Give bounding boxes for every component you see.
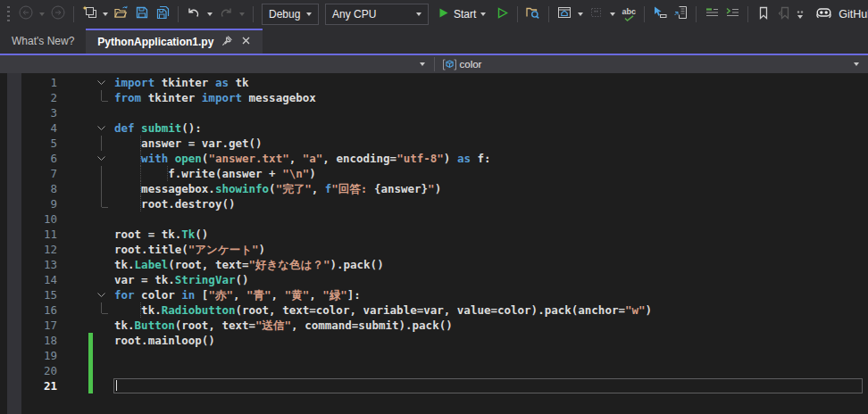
code-line[interactable]: 14var = tk.StringVar() bbox=[0, 272, 868, 287]
go-to-button[interactable] bbox=[650, 4, 670, 25]
code-line[interactable]: 11root = tk.Tk() bbox=[0, 227, 868, 242]
scope-dropdown[interactable]: color bbox=[435, 55, 868, 73]
new-item-button[interactable] bbox=[79, 4, 99, 25]
text-caret bbox=[116, 380, 117, 391]
fold-chevron-icon[interactable] bbox=[93, 120, 110, 136]
code-line[interactable]: 8 messagebox.showinfo("完了", f"回答: {answe… bbox=[0, 181, 868, 196]
line-number[interactable]: 13 bbox=[0, 257, 57, 272]
chevron-down-icon bbox=[103, 12, 108, 16]
code-line[interactable]: 18root.mainloop() bbox=[0, 333, 868, 348]
member-cube-icon bbox=[442, 59, 457, 70]
spell-check-icon: abc bbox=[622, 8, 637, 21]
find-in-files-button[interactable] bbox=[523, 4, 543, 25]
undo-dropdown[interactable] bbox=[204, 4, 215, 25]
line-number[interactable]: 5 bbox=[0, 136, 57, 151]
open-folder-button[interactable] bbox=[112, 4, 131, 25]
toolbar-separator bbox=[644, 6, 645, 22]
line-number[interactable]: 2 bbox=[0, 90, 57, 105]
bookmark-overflow-dropdown[interactable] bbox=[795, 4, 805, 25]
code-line[interactable]: 4def submit(): bbox=[0, 120, 868, 136]
ghost-dropdown[interactable] bbox=[607, 4, 618, 25]
new-item-dropdown[interactable] bbox=[100, 4, 111, 25]
line-number[interactable]: 4 bbox=[0, 120, 57, 136]
find-in-files-icon bbox=[525, 5, 541, 23]
navigate-back-button[interactable] bbox=[16, 4, 36, 25]
line-number[interactable]: 17 bbox=[0, 318, 57, 333]
start-without-debug-button[interactable] bbox=[492, 4, 512, 25]
line-number[interactable]: 20 bbox=[0, 363, 57, 378]
close-icon[interactable] bbox=[241, 36, 251, 48]
copilot-label: GitHub Copilot bbox=[839, 8, 868, 21]
fold-chevron-icon[interactable] bbox=[93, 287, 110, 302]
github-copilot-button[interactable]: GitHub Copilot bbox=[806, 5, 868, 23]
code-line[interactable]: 21 bbox=[0, 378, 868, 393]
code-line[interactable]: 19 bbox=[0, 348, 868, 363]
toolbar-grip[interactable] bbox=[7, 6, 10, 22]
navigate-home-button[interactable] bbox=[555, 4, 574, 25]
previous-bookmark-button[interactable] bbox=[774, 4, 794, 25]
code-line[interactable]: 17tk.Button(root, text="送信", command=sub… bbox=[0, 318, 868, 333]
code-line[interactable]: 10 bbox=[0, 211, 868, 227]
toggle-bookmark-button[interactable] bbox=[754, 4, 773, 25]
code-line[interactable]: 12root.title("アンケート") bbox=[0, 242, 868, 257]
uncomment-button[interactable] bbox=[722, 4, 742, 25]
code-line[interactable]: 13tk.Label(root, text="好きな色は？").pack() bbox=[0, 257, 868, 272]
start-debug-button[interactable]: Start bbox=[432, 4, 491, 25]
line-number[interactable]: 11 bbox=[0, 227, 57, 242]
undo-button[interactable] bbox=[184, 4, 204, 25]
line-number[interactable]: 6 bbox=[0, 151, 57, 166]
chevron-down-icon bbox=[39, 12, 45, 16]
line-number[interactable]: 9 bbox=[0, 196, 57, 211]
line-number[interactable]: 15 bbox=[0, 287, 57, 302]
code-line[interactable]: 5 answer = var.get() bbox=[0, 136, 868, 151]
pin-icon[interactable] bbox=[221, 35, 233, 49]
toolbar-separator bbox=[253, 6, 254, 22]
line-number[interactable]: 14 bbox=[0, 272, 57, 287]
project-dropdown[interactable] bbox=[0, 55, 434, 73]
line-number[interactable]: 7 bbox=[0, 166, 57, 181]
redo-dropdown[interactable] bbox=[237, 4, 247, 25]
code-line[interactable]: 7 f.write(answer + "\n") bbox=[0, 166, 868, 181]
navigate-home-dropdown[interactable] bbox=[575, 4, 586, 25]
tab-python-application[interactable]: PythonApplication1.py bbox=[86, 29, 263, 54]
redo-button[interactable] bbox=[216, 4, 236, 25]
line-number[interactable]: 3 bbox=[0, 105, 57, 120]
code-line[interactable]: 1import tkinter as tk bbox=[0, 75, 868, 90]
peek-definition-button[interactable] bbox=[671, 4, 690, 25]
configuration-combo[interactable]: Debug bbox=[262, 4, 319, 25]
chevron-down-icon bbox=[306, 12, 312, 16]
line-number[interactable]: 8 bbox=[0, 181, 57, 196]
tab-whats-new[interactable]: What's New? bbox=[0, 29, 86, 54]
navigate-back-dropdown[interactable] bbox=[37, 4, 47, 25]
fold-chevron-icon[interactable] bbox=[93, 75, 110, 90]
code-editor[interactable]: 1import tkinter as tk2from tkinter impor… bbox=[0, 73, 868, 414]
code-line[interactable]: 20 bbox=[0, 363, 868, 378]
line-number[interactable]: 16 bbox=[0, 302, 57, 318]
line-number[interactable]: 1 bbox=[0, 75, 57, 90]
code-line[interactable]: 6 with open("answer.txt", "a", encoding=… bbox=[0, 151, 868, 166]
code-line[interactable]: 16 tk.Radiobutton(root, text=color, vari… bbox=[0, 302, 868, 318]
line-number[interactable]: 18 bbox=[0, 333, 57, 348]
save-all-button[interactable] bbox=[153, 4, 172, 25]
line-number[interactable]: 10 bbox=[0, 211, 57, 227]
line-number[interactable]: 21 bbox=[0, 378, 57, 393]
platform-combo[interactable]: Any CPU bbox=[325, 4, 429, 25]
save-button[interactable] bbox=[132, 4, 152, 25]
code-text: for color in ["赤", "青", "黄", "緑"]: bbox=[114, 287, 361, 302]
comment-button[interactable] bbox=[702, 4, 722, 25]
line-number[interactable]: 12 bbox=[0, 242, 57, 257]
code-text: def submit(): bbox=[114, 120, 202, 136]
code-line[interactable]: 2from tkinter import messagebox bbox=[0, 90, 868, 105]
navigate-forward-button[interactable] bbox=[48, 4, 68, 25]
chevron-down-icon bbox=[239, 12, 245, 16]
copilot-icon bbox=[815, 5, 832, 23]
fold-chevron-icon[interactable] bbox=[93, 151, 110, 166]
chevron-down-icon bbox=[416, 12, 421, 16]
spell-check-button[interactable]: abc bbox=[619, 4, 638, 25]
code-line[interactable]: 3 bbox=[0, 105, 868, 120]
ghost-toolbar-button[interactable] bbox=[587, 4, 606, 25]
code-line[interactable]: 9 root.destroy() bbox=[0, 196, 868, 211]
line-number[interactable]: 19 bbox=[0, 348, 57, 363]
code-line[interactable]: 15for color in ["赤", "青", "黄", "緑"]: bbox=[0, 287, 868, 302]
change-tracking-bar bbox=[88, 378, 93, 393]
